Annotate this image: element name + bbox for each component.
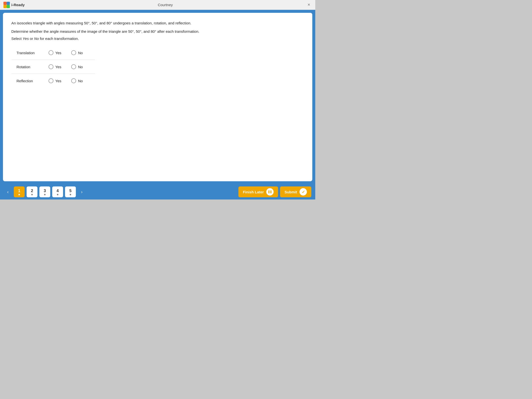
reflection-yes-label: Yes — [55, 79, 61, 83]
page-indicator-4 — [57, 194, 58, 195]
reflection-yes-option[interactable]: Yes — [49, 78, 61, 83]
next-button[interactable]: › — [78, 188, 86, 196]
top-bar: i-Ready Courtney × — [0, 0, 315, 10]
translation-no-label: No — [78, 51, 83, 55]
translation-options: Yes No — [44, 46, 95, 60]
main-area: An isosceles triangle with angles measur… — [0, 10, 315, 184]
reflection-no-label: No — [78, 79, 83, 83]
table-row: Rotation Yes No — [12, 60, 95, 74]
rotation-yes-label: Yes — [55, 65, 61, 69]
translation-no-radio[interactable] — [71, 50, 76, 55]
bottom-bar: ‹ 1 2 3 4 5 › Finish Later — [0, 184, 315, 200]
rotation-options: Yes No — [44, 60, 95, 74]
reflection-yes-radio[interactable] — [49, 78, 53, 83]
rotation-no-label: No — [78, 65, 83, 69]
transformation-table: Translation Yes No — [11, 46, 95, 88]
submit-label: Submit — [284, 190, 297, 194]
transformation-label-rotation: Rotation — [12, 60, 44, 74]
table-row: Translation Yes No — [12, 46, 95, 60]
page-indicator-5 — [70, 194, 71, 195]
svg-rect-2 — [3, 5, 7, 8]
action-section: Finish Later Submit ✓ — [238, 186, 311, 197]
rotation-no-option[interactable]: No — [71, 64, 83, 69]
transformation-label-reflection: Reflection — [12, 74, 44, 88]
rotation-yes-option[interactable]: Yes — [49, 64, 61, 69]
page-button-2[interactable]: 2 — [27, 186, 37, 197]
page-button-4[interactable]: 4 — [52, 186, 63, 197]
question-select-instruction: Select Yes or No for each transformation… — [11, 36, 304, 41]
svg-rect-3 — [7, 5, 10, 8]
page-indicator-2 — [31, 194, 33, 195]
finish-later-button[interactable]: Finish Later — [238, 186, 278, 197]
page-title: Courtney — [158, 3, 173, 7]
iready-logo-icon — [3, 2, 10, 8]
logo-area: i-Ready — [3, 2, 25, 8]
svg-rect-0 — [3, 2, 7, 5]
page-indicator-1 — [18, 194, 20, 195]
transformation-label-translation: Translation — [12, 46, 44, 60]
reflection-no-radio[interactable] — [71, 78, 76, 83]
question-text-1: An isosceles triangle with angles measur… — [11, 20, 304, 26]
translation-no-option[interactable]: No — [71, 50, 83, 55]
page-indicator-3 — [44, 194, 46, 195]
rotation-no-radio[interactable] — [71, 64, 76, 69]
checkmark-icon: ✓ — [299, 188, 307, 196]
rotation-yes-radio[interactable] — [49, 64, 53, 69]
table-row: Reflection Yes No — [12, 74, 95, 88]
submit-button[interactable]: Submit ✓ — [280, 186, 311, 197]
content-card: An isosceles triangle with angles measur… — [3, 13, 312, 181]
page-button-1[interactable]: 1 — [14, 186, 25, 197]
svg-rect-1 — [7, 2, 10, 5]
reflection-no-option[interactable]: No — [71, 78, 83, 83]
close-button[interactable]: × — [306, 2, 312, 8]
pause-icon — [266, 188, 274, 196]
page-button-5[interactable]: 5 — [65, 186, 76, 197]
translation-yes-option[interactable]: Yes — [49, 50, 61, 55]
finish-later-label: Finish Later — [243, 190, 264, 194]
reflection-options: Yes No — [44, 74, 95, 88]
logo-text: i-Ready — [11, 3, 25, 7]
question-text-2: Determine whether the angle measures of … — [11, 29, 304, 34]
navigation-section: ‹ 1 2 3 4 5 › — [4, 186, 86, 197]
translation-yes-radio[interactable] — [49, 50, 53, 55]
translation-yes-label: Yes — [55, 51, 61, 55]
prev-button[interactable]: ‹ — [4, 188, 12, 196]
page-button-3[interactable]: 3 — [39, 186, 50, 197]
